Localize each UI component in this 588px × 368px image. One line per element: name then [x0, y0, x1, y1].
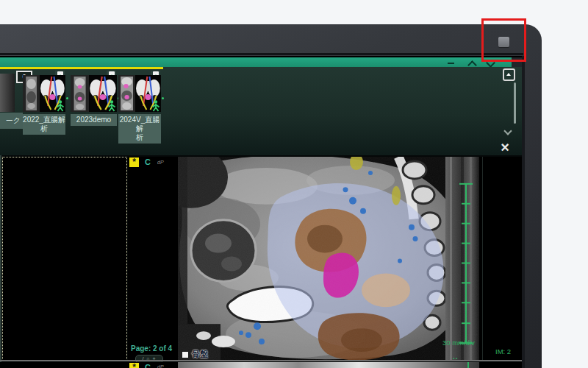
bezel-right-shadow	[522, 56, 525, 368]
annotation-marker: dP	[157, 364, 164, 368]
image-index-label: IM: 2	[495, 347, 511, 355]
thumbnail-label: 2023demo	[71, 114, 117, 126]
patient-icon	[107, 100, 116, 112]
structure-label: 骨盤	[192, 349, 208, 360]
viewport-selected-empty[interactable]	[2, 157, 127, 361]
bezel-inner-edge	[0, 53, 523, 55]
page-status: Page: 2 of 4	[131, 344, 172, 353]
viewport-row2[interactable]: * C dP	[0, 362, 522, 368]
viewport-main[interactable]: * C dP	[128, 157, 522, 360]
scrollbar-thumb[interactable]	[514, 82, 516, 124]
key-image-badge[interactable]: *	[129, 158, 139, 167]
filmstrip-thumbnail-2022[interactable]: 2022_直腸解析	[23, 71, 65, 137]
orientation-label: C	[145, 158, 151, 166]
thumbnail-partial[interactable]	[0, 74, 15, 112]
patient-icon	[151, 100, 160, 112]
minimize-icon[interactable]	[448, 63, 454, 64]
ruler-scale-label: 30 mm/div	[442, 339, 475, 347]
thumbnail-label: 2022_直腸解析	[23, 114, 65, 135]
thumbnail-label-partial: ーク	[0, 113, 23, 129]
key-image-badge[interactable]: *	[129, 363, 139, 368]
filmstrip-thumbnail-2023demo[interactable]: 2023demo	[71, 71, 117, 137]
mri-sagittal-image[interactable]	[178, 157, 479, 360]
status-dot	[162, 97, 164, 99]
viewport-row-divider	[0, 360, 522, 361]
status-dot	[66, 97, 68, 99]
highlight-box	[481, 18, 526, 62]
orientation-label: C	[145, 363, 151, 368]
app-title-bar	[0, 57, 512, 67]
filmstrip-thumbnail-2024[interactable]: 2024V_直腸解析	[118, 71, 161, 137]
scroll-up-button[interactable]	[503, 68, 515, 81]
structure-checkbox[interactable]	[182, 352, 188, 358]
ruler-tick-row2	[467, 362, 469, 368]
close-icon[interactable]: ×	[497, 139, 513, 155]
thumbnail-label: 2024V_直腸解析	[118, 114, 161, 144]
annotation-marker: dP	[157, 160, 164, 165]
progress-underline	[0, 67, 163, 69]
viewer-left-edge	[0, 155, 1, 368]
mri-image-row2	[178, 362, 479, 368]
patient-icon	[56, 100, 65, 112]
triangle-up-icon	[506, 73, 511, 76]
viewport-inner-divider	[482, 157, 483, 360]
